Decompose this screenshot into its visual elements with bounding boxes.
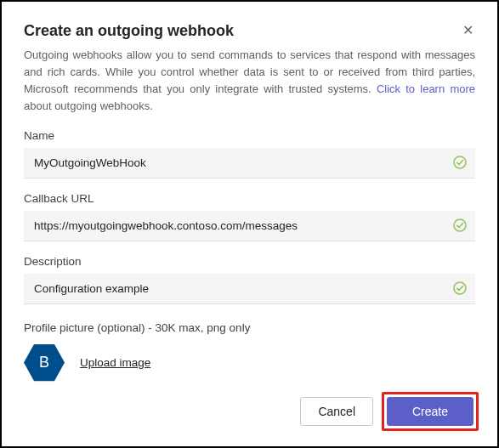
field-name: Name bbox=[24, 129, 475, 179]
create-button-highlight: Create bbox=[382, 392, 479, 431]
callback-input[interactable] bbox=[34, 219, 441, 232]
valid-icon bbox=[453, 281, 467, 295]
callback-label: Callback URL bbox=[24, 192, 475, 205]
field-description: Description bbox=[24, 255, 475, 304]
field-callback: Callback URL bbox=[24, 192, 475, 241]
dialog-title: Create an outgoing webhook bbox=[24, 22, 234, 40]
svg-point-2 bbox=[454, 282, 466, 294]
create-button[interactable]: Create bbox=[387, 397, 473, 426]
description-input[interactable] bbox=[34, 282, 441, 295]
intro-tail: about outgoing webhooks. bbox=[24, 99, 153, 112]
profile-label: Profile picture (optional) - 30K max, pn… bbox=[24, 321, 475, 334]
dialog-footer: Cancel Create bbox=[300, 392, 479, 431]
valid-icon bbox=[453, 218, 467, 232]
avatar: B bbox=[24, 343, 65, 383]
valid-icon bbox=[453, 156, 467, 169]
name-label: Name bbox=[24, 129, 475, 142]
dialog-intro: Outgoing webhooks allow you to send comm… bbox=[24, 47, 475, 116]
cancel-button[interactable]: Cancel bbox=[300, 397, 373, 426]
svg-point-0 bbox=[454, 156, 466, 168]
profile-section: Profile picture (optional) - 30K max, pn… bbox=[24, 321, 475, 383]
description-label: Description bbox=[24, 255, 475, 268]
learn-more-link[interactable]: Click to learn more bbox=[377, 82, 475, 95]
upload-image-link[interactable]: Upload image bbox=[80, 356, 150, 369]
close-icon[interactable]: ✕ bbox=[461, 22, 475, 39]
name-input[interactable] bbox=[34, 156, 441, 169]
svg-point-1 bbox=[454, 219, 466, 231]
